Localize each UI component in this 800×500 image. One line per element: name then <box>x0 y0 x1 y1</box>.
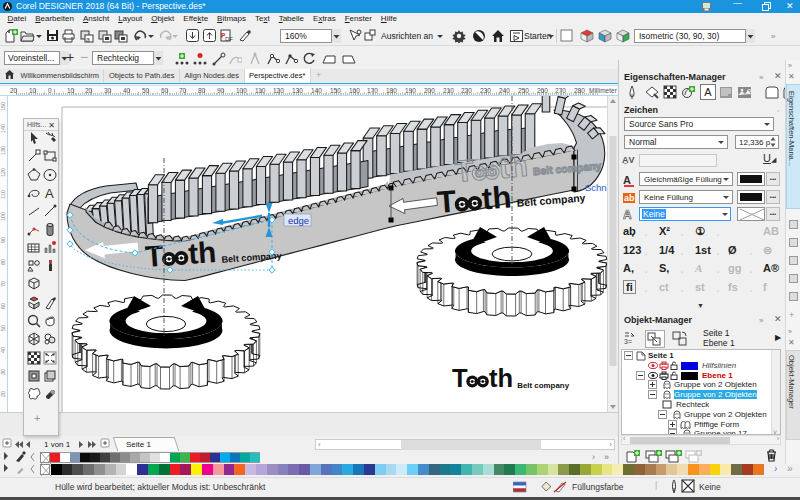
svg-text:A: A <box>45 186 54 200</box>
svg-text:A: A <box>623 208 632 222</box>
svg-text:T: T <box>452 364 468 392</box>
svg-text:Schnitt: Schnitt <box>585 182 607 193</box>
svg-text:DF: DF <box>225 36 233 42</box>
svg-text:A: A <box>623 174 631 186</box>
svg-text:?: ? <box>747 87 752 96</box>
svg-text:th: th <box>489 364 513 392</box>
svg-text:T: T <box>144 239 164 273</box>
svg-text:a: a <box>86 36 90 43</box>
svg-text:3=: 3= <box>624 338 632 345</box>
svg-text:T: T <box>436 184 458 220</box>
svg-text:th: th <box>481 179 513 216</box>
svg-text:th: th <box>497 148 529 184</box>
svg-text:ab: ab <box>624 193 635 203</box>
svg-text:Belt company: Belt company <box>517 381 569 390</box>
svg-text:edge: edge <box>288 215 309 226</box>
svg-text:th: th <box>187 235 217 270</box>
svg-text:T: T <box>454 152 476 188</box>
